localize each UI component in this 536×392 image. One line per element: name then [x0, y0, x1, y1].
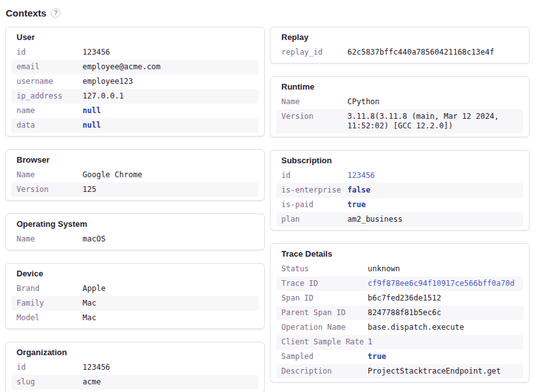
- section-header: Contexts ?: [6, 8, 530, 18]
- context-key: plan: [276, 212, 347, 227]
- context-cards-grid: Userid123456emailemployee@acme.comuserna…: [5, 27, 530, 392]
- context-value: Mac: [83, 311, 258, 325]
- context-value: employee123: [83, 74, 258, 89]
- context-key: is-paid: [276, 198, 347, 212]
- context-card-device: DeviceBrandAppleFamilyMacModelMac: [5, 263, 265, 329]
- context-key: Operation Name: [276, 320, 368, 335]
- context-value: 125: [83, 182, 258, 197]
- help-question-icon[interactable]: ?: [51, 8, 60, 18]
- context-key: Client Sample Rate: [276, 335, 368, 349]
- card-title: Runtime: [276, 82, 523, 91]
- context-card-operating-system: Operating SystemNamemacOS: [5, 213, 265, 250]
- context-key: slug: [11, 375, 83, 389]
- context-key: name: [11, 104, 83, 118]
- context-value: base.dispatch.execute: [368, 320, 523, 335]
- context-key: ip_address: [11, 89, 83, 104]
- card-title: Operating System: [11, 219, 258, 229]
- context-value: 123456: [347, 168, 523, 183]
- context-value: 127.0.0.1: [83, 89, 258, 104]
- context-key: data: [11, 118, 83, 133]
- right-column: Replayreplay_id62c5837bffc440a7856042116…: [270, 27, 530, 382]
- context-value: null: [83, 104, 258, 118]
- context-table: NameGoogle ChromeVersion125: [11, 168, 258, 197]
- context-card-user: Userid123456emailemployee@acme.comuserna…: [5, 27, 265, 137]
- card-title: Replay: [276, 32, 523, 42]
- context-value: false: [347, 183, 523, 198]
- context-value: b6c7fed236de1512: [368, 291, 523, 306]
- context-key: Version: [11, 182, 83, 197]
- contexts-section: Contexts ? Userid123456emailemployee@acm…: [0, 0, 536, 392]
- context-value: macOS: [83, 232, 258, 247]
- card-title: Subscription: [276, 156, 523, 165]
- context-table: NameCPythonVersion3.11.8(3.11.8 (main, M…: [276, 95, 523, 133]
- context-key: Name: [11, 168, 83, 182]
- context-key: Name: [11, 232, 83, 247]
- card-title: Browser: [11, 155, 258, 165]
- context-value: 123456: [83, 45, 258, 60]
- card-title: User: [11, 32, 258, 42]
- context-key: Parent Span ID: [276, 306, 368, 320]
- context-value: 3.11.8(3.11.8 (main, Mar 12 2024, 11:52:…: [347, 109, 523, 133]
- context-key: Model: [11, 311, 83, 325]
- context-key: Span ID: [276, 291, 368, 306]
- context-key: Description: [276, 364, 368, 379]
- context-table: StatusunknownTrace IDcf9f878ee6c94f10917…: [276, 262, 523, 379]
- card-title: Organization: [11, 348, 258, 357]
- context-card-trace-details: Trace DetailsStatusunknownTrace IDcf9f87…: [270, 243, 530, 382]
- context-table: id123456slugacme: [11, 360, 258, 389]
- context-value-link[interactable]: cf9f878ee6c94f10917ce566bff0a70d: [368, 276, 523, 291]
- context-key: Version: [276, 109, 347, 133]
- context-value: 123456: [83, 360, 258, 375]
- context-key: Family: [11, 296, 83, 311]
- context-value: Google Chrome: [83, 168, 258, 182]
- context-value: Apple: [83, 281, 258, 296]
- context-value: null: [83, 118, 258, 133]
- context-card-organization: Organizationid123456slugacme: [5, 342, 265, 392]
- context-key: Status: [276, 262, 368, 276]
- context-value: 1: [368, 335, 523, 349]
- context-value: Mac: [83, 296, 258, 311]
- context-table: id123456is-enterprisefalseis-paidtruepla…: [276, 168, 523, 227]
- context-card-browser: BrowserNameGoogle ChromeVersion125: [5, 149, 265, 201]
- context-table: replay_id62c5837bffc440a78560421168c13e4…: [276, 45, 523, 60]
- context-key: email: [11, 60, 83, 74]
- context-key: id: [11, 360, 83, 375]
- context-value: true: [347, 198, 523, 212]
- card-title: Device: [11, 269, 258, 278]
- context-card-replay: Replayreplay_id62c5837bffc440a7856042116…: [270, 27, 530, 64]
- left-column: Userid123456emailemployee@acme.comuserna…: [5, 27, 265, 392]
- context-key: Name: [276, 95, 347, 109]
- context-key: is-enterprise: [276, 183, 347, 198]
- context-key: Trace ID: [276, 276, 368, 291]
- context-key: Sampled: [276, 349, 368, 364]
- card-title: Trace Details: [276, 249, 523, 259]
- context-value: unknown: [368, 262, 523, 276]
- context-value: true: [368, 349, 523, 364]
- page-title: Contexts: [6, 8, 46, 18]
- context-table: NamemacOS: [11, 232, 258, 247]
- context-key: id: [276, 168, 347, 183]
- context-key: id: [11, 45, 83, 60]
- context-table: id123456emailemployee@acme.comusernameem…: [11, 45, 258, 133]
- context-card-subscription: Subscriptionid123456is-enterprisefalseis…: [270, 150, 530, 231]
- context-key: username: [11, 74, 83, 89]
- context-value: acme: [83, 375, 258, 389]
- context-key: replay_id: [276, 45, 347, 60]
- context-value: employee@acme.com: [83, 60, 258, 74]
- context-value: 62c5837bffc440a78560421168c13e4f: [347, 45, 523, 60]
- context-value: 8247788f81b5ec6c: [368, 306, 523, 320]
- context-card-runtime: RuntimeNameCPythonVersion3.11.8(3.11.8 (…: [270, 76, 530, 137]
- context-key: Brand: [11, 281, 83, 296]
- context-value: ProjectStacktraceEndpoint.get: [368, 364, 523, 379]
- context-value: CPython: [347, 95, 523, 109]
- context-value: am2_business: [347, 212, 523, 227]
- context-table: BrandAppleFamilyMacModelMac: [11, 281, 258, 325]
